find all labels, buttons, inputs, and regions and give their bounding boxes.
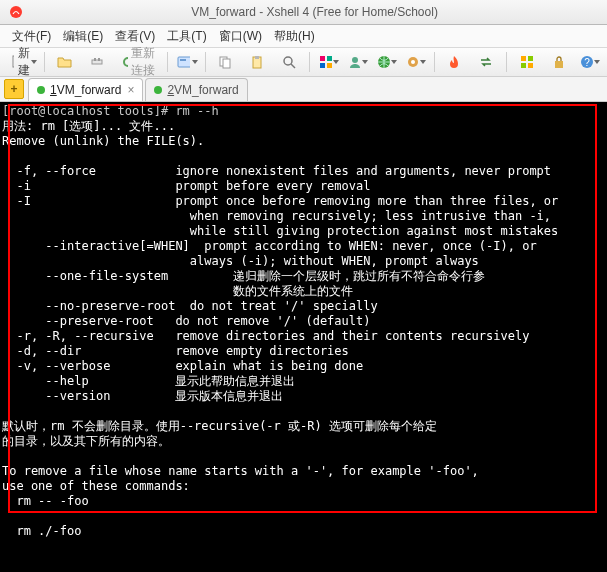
grid-icon: [520, 55, 534, 69]
menu-edit[interactable]: 编辑(E): [57, 26, 109, 47]
svg-rect-24: [521, 56, 526, 61]
svg-rect-16: [320, 56, 325, 61]
terminal-line: while still giving protection against mo…: [2, 224, 558, 238]
terminal-line: when removing recursively; less intrusiv…: [2, 209, 551, 223]
svg-rect-5: [92, 60, 102, 64]
terminal-line: -d, --dir remove empty directories: [2, 344, 349, 358]
svg-rect-18: [320, 63, 325, 68]
help-button[interactable]: ?: [576, 50, 603, 74]
xshell-button[interactable]: [439, 50, 469, 74]
user-button[interactable]: [344, 50, 371, 74]
window-title: VM_forward - Xshell 4 (Free for Home/Sch…: [30, 5, 599, 19]
new-session-button[interactable]: 新建: [4, 50, 39, 74]
tab-accelerator: 1: [50, 83, 57, 97]
copy-button[interactable]: [210, 50, 240, 74]
dropdown-caret-icon: [332, 51, 341, 73]
plug-icon: [90, 55, 104, 69]
toolbar-separator: [167, 52, 168, 72]
toolbar: 新建 重新连接 ?: [0, 48, 607, 77]
svg-point-20: [352, 57, 358, 63]
terminal-line: Remove (unlink) the FILE(s).: [2, 134, 204, 148]
window-titlebar: VM_forward - Xshell 4 (Free for Home/Sch…: [0, 0, 607, 25]
menubar: 文件(F) 编辑(E) 查看(V) 工具(T) 窗口(W) 帮助(H): [0, 25, 607, 48]
find-button[interactable]: [274, 50, 304, 74]
svg-rect-11: [223, 59, 230, 68]
terminal-line: -i prompt before every removal: [2, 179, 370, 193]
menu-help[interactable]: 帮助(H): [268, 26, 321, 47]
profile-button[interactable]: [173, 50, 200, 74]
terminal-line: --version 显示版本信息并退出: [2, 389, 283, 403]
svg-point-14: [284, 57, 292, 65]
app-icon: [8, 4, 24, 20]
new-session-label: 新建: [18, 45, 30, 79]
tab-label: VM_forward: [57, 83, 122, 97]
help-icon: ?: [580, 55, 593, 69]
terminal-line: 用法: rm [选项]... 文件...: [2, 119, 175, 133]
palette-button[interactable]: [315, 50, 342, 74]
svg-point-23: [411, 60, 415, 64]
svg-line-15: [291, 64, 295, 68]
toolbar-separator: [434, 52, 435, 72]
svg-rect-6: [94, 58, 96, 61]
status-dot-icon: [37, 86, 45, 94]
flame-icon: [447, 55, 461, 69]
dropdown-caret-icon: [30, 51, 38, 73]
terminal-line: use one of these commands:: [2, 479, 190, 493]
open-button[interactable]: [50, 50, 80, 74]
toolbar-separator: [44, 52, 45, 72]
menu-window[interactable]: 窗口(W): [213, 26, 268, 47]
paste-icon: [250, 55, 264, 69]
tile-button[interactable]: [512, 50, 542, 74]
transfer-icon: [479, 55, 493, 69]
terminal-line: 数的文件系统上的文件: [2, 284, 353, 298]
menu-tools[interactable]: 工具(T): [161, 26, 212, 47]
new-tab-button[interactable]: +: [4, 79, 24, 99]
svg-text:?: ?: [584, 57, 590, 68]
close-tab-icon[interactable]: ×: [127, 83, 134, 97]
menu-file[interactable]: 文件(F): [6, 26, 57, 47]
terminal-line: --one-file-system 递归删除一个层级时，跳过所有不符合命令行参: [2, 269, 485, 283]
dropdown-caret-icon: [593, 51, 602, 73]
terminal-line: 的目录，以及其下所有的内容。: [2, 434, 170, 448]
user-icon: [348, 55, 361, 69]
globe-icon: [377, 55, 390, 69]
terminal-pane[interactable]: [root@localhost tools]# rm --h 用法: rm [选…: [0, 102, 607, 572]
svg-rect-9: [180, 59, 186, 61]
dropdown-caret-icon: [419, 51, 428, 73]
menu-view[interactable]: 查看(V): [109, 26, 161, 47]
terminal-line: 默认时，rm 不会删除目录。使用--recursive(-r 或-R) 选项可删…: [2, 419, 437, 433]
gear-icon: [406, 55, 419, 69]
globe-button[interactable]: [373, 50, 400, 74]
session-tab-2[interactable]: 2 VM_forward: [145, 78, 247, 101]
status-dot-icon: [154, 86, 162, 94]
tools-button[interactable]: [402, 50, 429, 74]
paste-button[interactable]: [242, 50, 272, 74]
palette-icon: [319, 55, 332, 69]
terminal-line: --preserve-root do not remove '/' (defau…: [2, 314, 370, 328]
connect-button[interactable]: [82, 50, 112, 74]
terminal-line: --interactive[=WHEN] prompt according to…: [2, 239, 537, 253]
terminal-line: -v, --verbose explain what is being done: [2, 359, 363, 373]
session-tab-1[interactable]: 1 VM_forward ×: [28, 78, 143, 101]
terminal-line: -f, --force ignore nonexistent files and…: [2, 164, 551, 178]
terminal-line: --help 显示此帮助信息并退出: [2, 374, 295, 388]
svg-rect-7: [98, 58, 100, 61]
tab-label: VM_forward: [174, 83, 239, 97]
new-file-icon: [11, 55, 14, 69]
svg-rect-28: [555, 61, 563, 68]
copy-icon: [218, 55, 232, 69]
svg-rect-25: [528, 56, 533, 61]
toolbar-separator: [309, 52, 310, 72]
terminal-line: -r, -R, --recursive remove directories a…: [2, 329, 529, 343]
dropdown-caret-icon: [390, 51, 399, 73]
svg-rect-13: [255, 56, 259, 59]
search-icon: [282, 55, 296, 69]
card-icon: [177, 55, 191, 69]
lock-button[interactable]: [544, 50, 574, 74]
reconnect-button[interactable]: 重新连接: [114, 50, 162, 74]
dropdown-caret-icon: [361, 51, 370, 73]
xftp-button[interactable]: [471, 50, 501, 74]
reconnect-icon: [121, 55, 128, 69]
terminal-line: --no-preserve-root do not treat '/' spec…: [2, 299, 378, 313]
terminal-line: To remove a file whose name starts with …: [2, 464, 479, 478]
